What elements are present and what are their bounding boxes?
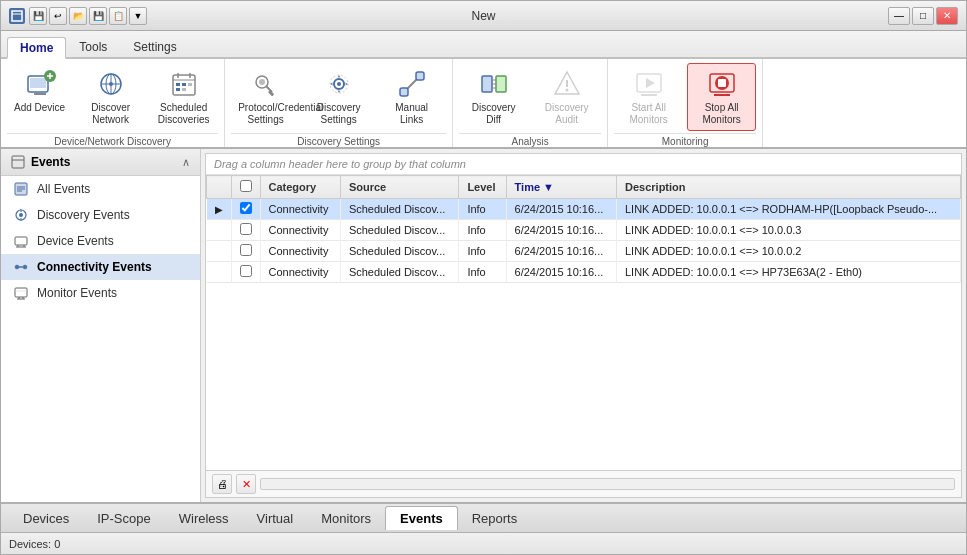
- minimize-btn[interactable]: —: [888, 7, 910, 25]
- tab-ip-scope[interactable]: IP-Scope: [83, 507, 164, 530]
- select-all-checkbox[interactable]: [240, 180, 252, 192]
- sort-icon: ▼: [543, 181, 554, 193]
- tab-wireless[interactable]: Wireless: [165, 507, 243, 530]
- row-description: LINK ADDED: 10.0.0.1 <=> 10.0.0.2: [617, 241, 961, 262]
- svg-rect-17: [176, 83, 180, 86]
- col-time[interactable]: Time ▼: [506, 176, 616, 199]
- start-all-monitors-button[interactable]: Start All Monitors: [614, 63, 683, 131]
- save2-btn[interactable]: 💾: [89, 7, 107, 25]
- title-bar: 💾 ↩ 📂 💾 📋 ▼ New — □ ✕: [1, 1, 966, 31]
- tab-devices[interactable]: Devices: [9, 507, 83, 530]
- row-checkbox[interactable]: [240, 202, 252, 214]
- save-btn[interactable]: 💾: [29, 7, 47, 25]
- discover-network-button[interactable]: Discover Network: [76, 63, 145, 131]
- tab-reports[interactable]: Reports: [458, 507, 532, 530]
- ribbon-group-items-settings: Protocol/Credential Settings Discovery S…: [231, 63, 446, 131]
- sidebar-item-all-events[interactable]: All Events: [1, 176, 200, 202]
- start-monitors-icon: [633, 68, 665, 100]
- row-checkbox[interactable]: [240, 265, 252, 277]
- discovery-events-icon: [13, 207, 29, 223]
- add-device-icon: [24, 68, 56, 100]
- row-checkbox-cell: [231, 241, 260, 262]
- stop-all-monitors-button[interactable]: Stop All Monitors: [687, 63, 756, 131]
- svg-rect-0: [12, 11, 22, 21]
- row-category: Connectivity: [260, 262, 340, 283]
- more-btn[interactable]: ▼: [129, 7, 147, 25]
- tab-monitors[interactable]: Monitors: [307, 507, 385, 530]
- window-title: New: [471, 9, 495, 23]
- row-category: Connectivity: [260, 220, 340, 241]
- undo-btn[interactable]: ↩: [49, 7, 67, 25]
- discovery-settings-button[interactable]: Discovery Settings: [304, 63, 373, 131]
- row-source: Scheduled Discov...: [340, 241, 459, 262]
- table-row[interactable]: ▶ConnectivityScheduled Discov...Info6/24…: [207, 199, 961, 220]
- tab-home[interactable]: Home: [7, 37, 66, 59]
- horizontal-scrollbar[interactable]: [260, 478, 955, 490]
- window-controls: — □ ✕: [888, 7, 958, 25]
- tab-settings[interactable]: Settings: [120, 35, 189, 57]
- open-btn[interactable]: 📂: [69, 7, 87, 25]
- row-category: Connectivity: [260, 241, 340, 262]
- row-level: Info: [459, 199, 506, 220]
- row-checkbox[interactable]: [240, 223, 252, 235]
- row-description: LINK ADDED: 10.0.0.1 <=> RODHAM-HP([Loop…: [617, 199, 961, 220]
- protocol-icon: [250, 68, 282, 100]
- col-source[interactable]: Source: [340, 176, 459, 199]
- col-category[interactable]: Category: [260, 176, 340, 199]
- table-container[interactable]: Category Source Level Time ▼ Description…: [206, 175, 961, 470]
- scheduled-discoveries-button[interactable]: Scheduled Discoveries: [149, 63, 218, 131]
- col-level[interactable]: Level: [459, 176, 506, 199]
- tab-events[interactable]: Events: [385, 506, 458, 530]
- sidebar-item-connectivity-events[interactable]: Connectivity Events: [1, 254, 200, 280]
- row-time: 6/24/2015 10:16...: [506, 199, 616, 220]
- sidebar-icon: [11, 155, 25, 169]
- svg-rect-4: [34, 93, 46, 95]
- ribbon-group-items-monitoring: Start All Monitors Stop All Monitors: [614, 63, 756, 131]
- discovery-audit-button[interactable]: Discovery Audit: [532, 63, 601, 131]
- svg-marker-41: [646, 78, 655, 88]
- manual-links-button[interactable]: Manual Links: [377, 63, 446, 131]
- svg-rect-45: [718, 79, 726, 87]
- col-checkbox: [231, 176, 260, 199]
- extra-btn[interactable]: 📋: [109, 7, 127, 25]
- protocol-credential-button[interactable]: Protocol/Credential Settings: [231, 63, 300, 131]
- discovery-audit-label: Discovery Audit: [539, 102, 594, 126]
- svg-rect-19: [188, 83, 192, 86]
- add-device-label: Add Device: [14, 102, 65, 114]
- row-level: Info: [459, 262, 506, 283]
- app-icon: [9, 8, 25, 24]
- row-description: LINK ADDED: 10.0.0.1 <=> HP73E63A(2 - Et…: [617, 262, 961, 283]
- table-row[interactable]: ConnectivityScheduled Discov...Info6/24/…: [207, 262, 961, 283]
- maximize-btn[interactable]: □: [912, 7, 934, 25]
- sidebar-item-discovery-events[interactable]: Discovery Events: [1, 202, 200, 228]
- ribbon-group-analysis: Discovery Diff Discovery Audit Analysis: [453, 59, 608, 147]
- row-checkbox[interactable]: [240, 244, 252, 256]
- ribbon-tabs: Home Tools Settings: [1, 31, 966, 59]
- event-area: Drag a column header here to group by th…: [205, 153, 962, 498]
- row-level: Info: [459, 220, 506, 241]
- print-btn[interactable]: 🖨: [212, 474, 232, 494]
- table-row[interactable]: ConnectivityScheduled Discov...Info6/24/…: [207, 241, 961, 262]
- tab-virtual[interactable]: Virtual: [243, 507, 308, 530]
- add-device-button[interactable]: Add Device: [7, 63, 72, 119]
- svg-rect-32: [482, 76, 492, 92]
- svg-rect-21: [182, 88, 186, 91]
- quick-access-toolbar: 💾 ↩ 📂 💾 📋 ▼: [29, 7, 147, 25]
- sidebar-item-monitor-events[interactable]: Monitor Events: [1, 280, 200, 306]
- table-row[interactable]: ConnectivityScheduled Discov...Info6/24/…: [207, 220, 961, 241]
- discovery-settings-icon: [323, 68, 355, 100]
- row-time: 6/24/2015 10:16...: [506, 262, 616, 283]
- svg-point-54: [19, 213, 23, 217]
- tab-tools[interactable]: Tools: [66, 35, 120, 57]
- sidebar-expand-btn[interactable]: ∧: [182, 156, 190, 169]
- row-arrow: [207, 241, 232, 262]
- row-category: Connectivity: [260, 199, 340, 220]
- discovery-diff-button[interactable]: Discovery Diff: [459, 63, 528, 131]
- close-btn[interactable]: ✕: [936, 7, 958, 25]
- sidebar-item-device-events[interactable]: Device Events: [1, 228, 200, 254]
- sidebar-header: Events ∧: [1, 149, 200, 176]
- delete-btn[interactable]: ✕: [236, 474, 256, 494]
- connectivity-events-icon: [13, 259, 29, 275]
- col-description[interactable]: Description: [617, 176, 961, 199]
- bottom-tabs: Devices IP-Scope Wireless Virtual Monito…: [1, 502, 966, 532]
